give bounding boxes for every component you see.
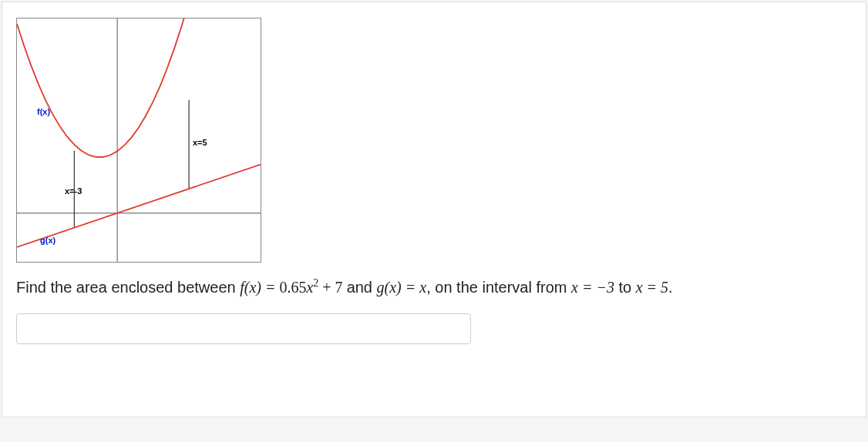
label-xneg3: x=-3	[65, 186, 82, 196]
q-mid2: , on the interval from	[426, 279, 571, 296]
q-g-rhs: x	[419, 279, 426, 296]
answer-input[interactable]	[16, 313, 471, 344]
curve-f	[17, 18, 232, 157]
q-f-coef: 0.65	[279, 279, 306, 296]
label-g: g(x)	[40, 236, 56, 245]
q-to: x = 5	[636, 279, 668, 296]
curve-g	[17, 165, 261, 247]
q-g-lhs: g(x) =	[377, 279, 420, 296]
function-graph: f(x) g(x) x=-3 x=5	[16, 18, 261, 263]
q-f-lhs: f(x) =	[240, 279, 279, 296]
q-end: .	[668, 279, 673, 296]
graph-svg	[17, 18, 261, 262]
problem-card: f(x) g(x) x=-3 x=5 Find the area enclose…	[2, 2, 866, 417]
label-f: f(x)	[37, 107, 50, 116]
q-mid3: to	[618, 279, 635, 296]
q-prefix: Find the area enclosed between	[16, 279, 240, 296]
q-from: x = −3	[571, 279, 614, 296]
label-x5: x=5	[193, 138, 207, 147]
q-f-tail: + 7	[318, 279, 342, 296]
question-text: Find the area enclosed between f(x) = 0.…	[16, 275, 852, 300]
q-f-var: x	[306, 279, 313, 296]
q-mid1: and	[347, 279, 377, 296]
